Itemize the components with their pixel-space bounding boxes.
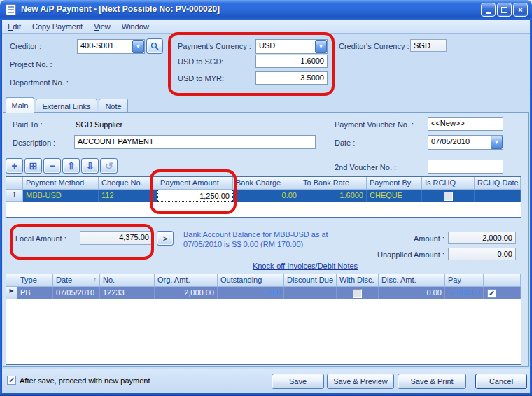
col-no[interactable]: No. (100, 274, 155, 287)
cell-bank-charge[interactable]: 0.00 (233, 190, 300, 202)
second-voucher-label: 2nd Voucher No. : (335, 163, 396, 171)
window-title: New A/P Payment - [Next Possible No: PV-… (21, 4, 220, 14)
date-combo[interactable]: 07/05/2010 ▼ (428, 135, 503, 150)
chevron-down-icon[interactable]: ▼ (315, 40, 327, 53)
cell-payment-by[interactable]: CHEQUE (367, 190, 422, 202)
window-border (0, 20, 2, 396)
col-pay[interactable]: Pay (445, 274, 484, 287)
move-down-button[interactable]: ⇩ (81, 158, 99, 174)
add-row-button[interactable]: + (6, 158, 23, 174)
search-icon (150, 42, 159, 50)
tab-external-links[interactable]: External Links (36, 99, 97, 113)
knockoff-table: Type Date↑ No. Org. Amt. Outstanding Dis… (6, 274, 522, 365)
proceed-new-payment-checkbox[interactable]: ✓ (7, 376, 16, 385)
col-to-bank-rate[interactable]: To Bank Rate (300, 177, 367, 190)
payment-table: Payment Method Cheque No. Payment Amount… (6, 176, 522, 218)
payment-voucher-label: Payment Voucher No. : (335, 120, 414, 129)
menu-edit[interactable]: Edit (2, 20, 27, 33)
move-down-icon: ⇩ (86, 160, 94, 171)
close-button[interactable]: × (513, 3, 528, 17)
creditor-value: 400-S001 (78, 40, 132, 53)
cell-payment-amount[interactable]: 1,250.00 (158, 190, 233, 202)
cell-type[interactable]: PB (18, 287, 53, 299)
row-selector: ▶ (6, 287, 18, 299)
paid-to-label: Paid To : (13, 120, 43, 129)
payment-voucher-field[interactable]: <<New>> (428, 117, 503, 131)
creditor-search-button[interactable] (146, 38, 163, 54)
footer-bar: ✓ After save, proceed with new payment S… (2, 369, 530, 393)
creditor-combo[interactable]: 400-S001 ▼ (77, 39, 145, 54)
bank-balance-expand-button[interactable]: > (157, 231, 174, 246)
title-bar: New A/P Payment - [Next Possible No: PV-… (0, 0, 532, 20)
col-bank-charge[interactable]: Bank Charge (233, 177, 300, 190)
tab-main[interactable]: Main (6, 97, 34, 113)
is-rchq-checkbox[interactable] (444, 192, 453, 201)
cell-date[interactable]: 07/05/2010 (53, 287, 100, 299)
minimize-button[interactable] (481, 3, 496, 17)
paid-to-value: SGD Supplier (76, 120, 122, 129)
local-amount-label: Local Amount : (15, 234, 66, 243)
menu-copy-payment[interactable]: Copy Payment (27, 20, 88, 33)
second-voucher-field[interactable] (428, 160, 503, 174)
app-icon (6, 4, 16, 15)
chevron-down-icon[interactable]: ▼ (132, 40, 144, 53)
payment-currency-combo[interactable]: USD ▼ (255, 39, 328, 54)
col-cheque-no[interactable]: Cheque No. (99, 177, 158, 190)
col-outstanding[interactable]: Outstanding (218, 274, 284, 287)
bank-balance-line2: 07/05/2010 is S$ 0.00 (RM 170.00) (183, 240, 303, 248)
usd-to-sgd-label: USD to SGD: (178, 57, 223, 66)
save-print-button[interactable]: Save & Print (398, 374, 466, 389)
col-date[interactable]: Date↑ (53, 274, 100, 287)
col-with-disc[interactable]: With Disc. (337, 274, 379, 287)
menu-bar: Edit Copy Payment View Window (2, 20, 530, 34)
col-payment-method[interactable]: Payment Method (23, 177, 99, 190)
col-org-amt[interactable]: Org. Amt. (155, 274, 218, 287)
row-select-checkbox[interactable]: ✓ (487, 289, 496, 298)
save-button[interactable]: Save (272, 374, 324, 389)
col-payment-amount[interactable]: Payment Amount (158, 177, 233, 190)
cell-cheque-no[interactable]: 112 (99, 190, 158, 202)
creditor-currency-label: Creditor's Currency : (339, 42, 410, 50)
minimize-icon (486, 12, 491, 14)
cell-pay: 2,000.00 (445, 287, 484, 299)
description-label: Description : (13, 139, 55, 147)
cell-rchq-date[interactable] (475, 190, 521, 202)
usd-to-myr-field[interactable]: 3.5000 (255, 71, 328, 85)
move-up-icon: ⇧ (67, 160, 76, 171)
cell-discount-due[interactable] (284, 287, 337, 299)
table-row[interactable]: ▶ PB 07/05/2010 12233 2,000.00 0.00 0.00… (6, 287, 521, 299)
save-preview-button[interactable]: Save & Preview (327, 374, 394, 389)
cell-no[interactable]: 12233 (100, 287, 155, 299)
creditor-currency-field: SGD (410, 39, 447, 52)
col-payment-by[interactable]: Payment By (367, 177, 422, 190)
cancel-button[interactable]: Cancel (475, 374, 527, 389)
undo-icon: ↺ (105, 160, 113, 171)
col-discount-due[interactable]: Discount Due (284, 274, 337, 287)
cell-to-bank-rate[interactable]: 1.6000 (300, 190, 367, 202)
menu-window[interactable]: Window (116, 20, 155, 33)
menu-view[interactable]: View (88, 20, 116, 33)
remove-icon: − (49, 160, 55, 171)
col-disc-amt[interactable]: Disc. Amt. (379, 274, 445, 287)
cell-payment-method[interactable]: MBB-USD (23, 190, 99, 202)
col-select[interactable] (484, 274, 500, 287)
col-rchq-date[interactable]: RCHQ Date (475, 177, 521, 190)
description-field[interactable]: ACCOUNT PAYMENT (74, 135, 316, 149)
knockoff-invoices-link[interactable]: Knock-off Invoices/Debit Notes (253, 262, 358, 270)
local-amount-field: 4,375.00 (80, 231, 153, 245)
window-border (0, 393, 532, 396)
table-row[interactable]: I MBB-USD 112 1,250.00 0.00 1.6000 CHEQU… (6, 190, 521, 202)
tab-note[interactable]: Note (99, 99, 128, 113)
col-is-rchq[interactable]: Is RCHQ (422, 177, 475, 190)
usd-to-sgd-field[interactable]: 1.6000 (255, 55, 328, 68)
maximize-button[interactable] (497, 3, 512, 17)
move-up-button[interactable]: ⇧ (62, 158, 80, 174)
cell-disc-amt[interactable]: 0.00 (379, 287, 445, 299)
undo-button[interactable]: ↺ (100, 158, 118, 174)
remove-row-button[interactable]: − (43, 158, 61, 174)
insert-row-button[interactable]: ⊞ (24, 158, 42, 174)
chevron-down-icon[interactable]: ▼ (491, 136, 503, 149)
col-type[interactable]: Type (18, 274, 53, 287)
with-disc-checkbox[interactable] (353, 289, 362, 298)
cell-org-amt[interactable]: 2,000.00 (155, 287, 218, 299)
